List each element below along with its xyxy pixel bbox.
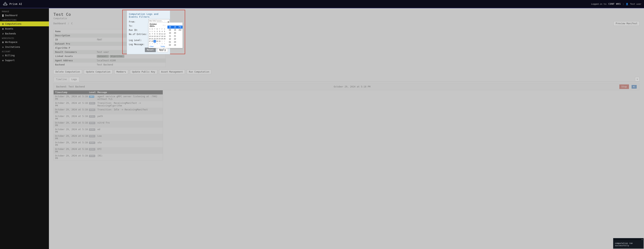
sidebar-item-support[interactable]: ✪Support [0,58,49,63]
sidebar-item-dashboard[interactable]: ◙Dashboard [0,13,49,18]
run-computation-button[interactable]: Run Computation [187,70,211,74]
log-ts: October 29, 2024 at 5:18 PM [55,128,89,133]
update-computation-button[interactable]: Update Computation [84,70,112,74]
tp-hours[interactable]: 10 [168,32,172,34]
dp-day[interactable]: 31 [158,40,161,42]
tp-ampm[interactable]: AM [178,28,182,32]
dp-day[interactable]: 11 [161,33,163,35]
dp-day[interactable]: 28 [151,40,154,42]
dp-day[interactable]: 3 [149,42,151,45]
user-name[interactable]: Test user [630,3,641,5]
sidebar-item-workspace[interactable]: ▥Workspace [0,40,49,44]
toast-close-icon[interactable]: ✕ [613,238,644,240]
log-row: October 29, 2024 at 5:18 PMDEBUGed [54,127,163,134]
dp-day[interactable]: 19 [163,35,166,38]
dp-day[interactable]: 5 [163,30,166,33]
tp-mins[interactable]: 22 [172,38,178,40]
reset-button[interactable]: Reset [145,48,156,52]
tp-hours[interactable]: 08 [168,26,172,28]
dp-day[interactable]: 10 [158,33,161,35]
log-ts: October 29, 2024 at 5:18 PM [55,141,89,146]
tp-ampm[interactable]: PM [178,26,182,28]
dp-next-icon[interactable]: ↓ [164,24,165,26]
sidebar-item-billing[interactable]: ⌂Billing [0,53,49,58]
sidebar-item-backends[interactable]: ⇵Backends [0,31,49,36]
dp-day[interactable]: 8 [161,42,163,45]
tp-mins[interactable]: 24 [172,44,178,47]
tp-hours[interactable]: 09 [168,28,172,32]
dp-day[interactable]: 18 [161,35,163,38]
sidebar-item-assets[interactable]: ▤Assets [0,26,49,31]
dp-day[interactable]: 7 [151,33,154,35]
dp-day[interactable]: 12 [163,33,166,35]
dp-day[interactable]: 23 [156,38,158,40]
dp-day[interactable]: 4 [151,42,154,45]
asset-management-button[interactable]: Asset Management [159,70,185,74]
dp-clear[interactable]: Clear [150,46,154,48]
dp-today[interactable]: Today [160,46,165,48]
sidebar-item-invitations[interactable]: ✉Invitations [0,44,49,50]
tp-hours[interactable]: 11 [168,34,172,38]
tp-hours[interactable]: 01 [168,40,172,44]
dp-day[interactable]: 6 [156,42,158,45]
dp-day[interactable]: 27 [149,40,151,42]
dp-month[interactable]: October 2024 [150,23,162,27]
dp-day[interactable]: 21 [151,38,154,40]
dp-day[interactable]: 22 [154,38,156,40]
sidebar-group-title: COMPUTATIONS [0,18,49,22]
tab-timeline[interactable]: Timeline [54,77,69,82]
tp-mins[interactable]: 19 [172,28,178,32]
preview-manifest-button[interactable]: Preview Manifest [614,21,640,26]
tp-mins[interactable]: 18 [172,26,178,28]
tp-mins[interactable]: 20 [172,32,178,34]
linked-asset-pill[interactable]: Algorithm: [110,55,124,58]
dp-day[interactable]: 15 [154,35,156,38]
dp-day[interactable]: 16 [156,35,158,38]
dp-day[interactable]: 2 [163,40,166,42]
crumb-dashboard[interactable]: Dashboard [54,22,66,25]
tp-hours[interactable]: 02 [168,44,172,47]
dp-day[interactable]: 5 [154,42,156,45]
linked-asset-pill[interactable]: Dataset: [97,55,109,58]
dp-day[interactable]: 26 [163,38,166,40]
dp-prev-icon[interactable]: ↑ [163,24,164,26]
tp-mins[interactable]: 23 [172,40,178,44]
tp-hours[interactable]: 12 [168,38,172,40]
dp-day[interactable]: 4 [161,30,163,33]
stop-button[interactable]: Stop [619,84,629,89]
dp-day[interactable]: 30 [156,40,158,42]
dp-day[interactable]: 30 [151,30,154,33]
dp-day[interactable]: 25 [161,38,163,40]
detail-key: Name [54,29,95,34]
tp-mins[interactable]: 21 [172,34,178,38]
dp-day[interactable]: 3 [158,30,161,33]
filter-icon[interactable]: ▾ [635,77,640,82]
sidebar-item-computations[interactable]: ▤Computations [0,22,49,26]
apply-button[interactable]: Apply [157,48,168,52]
dp-day[interactable]: 2 [156,30,158,33]
dp-day[interactable]: 1 [161,40,163,42]
dp-day[interactable]: 9 [163,42,166,45]
dp-day[interactable]: 14 [151,35,154,38]
detail-row: Agent Addresslocalhost:6100 [54,58,166,63]
crumb-current[interactable]: C [71,22,72,25]
delete-computation-button[interactable]: Delete Computation [54,70,82,74]
dp-day[interactable]: 8 [154,33,156,35]
dp-day[interactable]: 6 [149,33,151,35]
dp-day[interactable]: 29 [149,30,151,33]
dp-day[interactable]: 9 [156,33,158,35]
log-level: DEBUG [89,108,98,114]
tab-logs[interactable]: Logs [69,77,80,82]
dp-day[interactable]: 1 [154,30,156,33]
update-public-key-button[interactable]: Update Public Key [130,70,157,74]
dp-day[interactable]: 13 [149,35,151,38]
workspace-name[interactable]: CONF WKS [608,3,621,5]
dp-day[interactable]: 7 [158,42,161,45]
run-tag[interactable]: #1 [632,85,637,88]
dp-day[interactable]: 29 [154,40,156,42]
dp-day[interactable]: 20 [149,38,151,40]
brand[interactable]: Prism AI [3,1,22,6]
dp-day[interactable]: 17 [158,35,161,38]
dp-day[interactable]: 24 [158,38,161,40]
members-button[interactable]: Members [114,70,128,74]
